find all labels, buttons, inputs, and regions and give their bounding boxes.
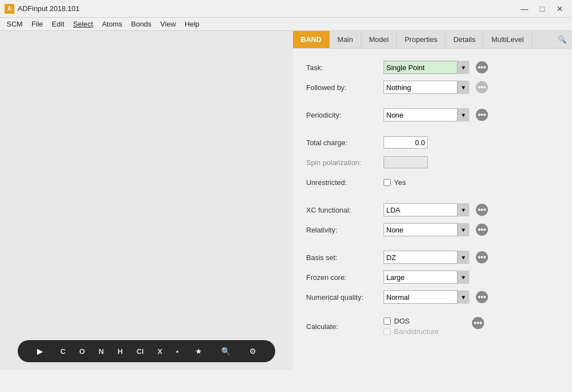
chlorine-btn[interactable]: Cl — [137, 347, 144, 356]
title-bar: A ADFinput 2018.101 — □ ✕ — [0, 0, 572, 18]
total-charge-row: Total charge: — [306, 135, 559, 150]
followed-by-select-wrapper: Nothing Geometry Optimization ▼ — [384, 81, 469, 94]
star-btn[interactable]: ★ — [192, 345, 206, 358]
tab-details[interactable]: Details — [445, 31, 484, 48]
relativity-select-wrapper: None Scalar Spin-Orbit ▼ — [384, 223, 469, 236]
periodicity-label: Periodicity: — [306, 111, 384, 119]
tab-main[interactable]: Main — [330, 31, 361, 48]
spin-pol-label: Spin polarization: — [306, 158, 384, 167]
window-controls: — □ ✕ — [517, 3, 568, 15]
unrestricted-row: Unrestricted: Yes — [306, 174, 559, 190]
followed-by-more-btn[interactable]: ••• — [476, 81, 488, 93]
menu-file[interactable]: File — [27, 19, 48, 29]
app-icon: A — [4, 4, 14, 14]
tab-multilevel[interactable]: MultiLevel — [484, 31, 532, 48]
frozen-core-select-wrapper: None Small Large ▼ — [384, 271, 469, 284]
num-quality-select-wrapper: Basic Normal Good Very Good Excellent ▼ — [384, 290, 469, 304]
basis-set-control: DZ DZP TZP TZ2P ▼ ••• — [384, 251, 488, 264]
basis-set-row: Basis set: DZ DZP TZP TZ2P ▼ ••• — [306, 250, 559, 265]
num-quality-more-btn[interactable]: ••• — [476, 291, 488, 303]
menu-atoms[interactable]: Atoms — [97, 19, 127, 29]
close-button[interactable]: ✕ — [552, 3, 568, 15]
total-charge-label: Total charge: — [306, 139, 384, 147]
menu-scm[interactable]: SCM — [2, 19, 27, 29]
oxygen-btn[interactable]: O — [80, 347, 85, 356]
bandstructure-row: Bandstructure — [384, 327, 439, 336]
task-select-wrapper: Single Point Geometry Optimization Frequ… — [384, 61, 469, 74]
calculate-row: Calculate: DOS Bandstructure ••• — [306, 317, 559, 336]
menu-edit[interactable]: Edit — [48, 19, 69, 29]
calculate-control: DOS Bandstructure — [384, 317, 439, 336]
right-panel: BAND Main Model Properties Details Multi… — [293, 31, 572, 370]
calculate-label: Calculate: — [306, 322, 384, 331]
settings-tool[interactable]: ⚙ — [246, 345, 260, 358]
xc-row: XC functional: LDA GGA Hybrid ▼ ••• — [306, 202, 559, 218]
menu-bar: SCM File Edit Select Atoms Bonds View He… — [0, 18, 572, 31]
spin-pol-row: Spin polarization: — [306, 155, 559, 170]
menu-bonds[interactable]: Bonds — [127, 19, 156, 29]
x-btn[interactable]: X — [158, 347, 162, 356]
basis-set-select-wrapper: DZ DZP TZP TZ2P ▼ — [384, 251, 469, 264]
dos-checkbox[interactable] — [384, 317, 391, 325]
unrestricted-control: Yes — [384, 178, 406, 187]
basis-set-select[interactable]: DZ DZP TZP TZ2P — [384, 251, 469, 264]
xc-select-wrapper: LDA GGA Hybrid ▼ — [384, 203, 469, 216]
basis-set-more-btn[interactable]: ••• — [476, 251, 488, 263]
followed-by-control: Nothing Geometry Optimization ▼ ••• — [384, 81, 488, 94]
menu-help[interactable]: Help — [180, 19, 204, 29]
periodicity-select[interactable]: None 1D 2D 3D — [384, 108, 469, 121]
dot-btn[interactable]: • — [176, 347, 179, 356]
periodicity-control: None 1D 2D 3D ▼ ••• — [384, 108, 488, 121]
hydrogen-btn[interactable]: H — [118, 347, 123, 356]
main-container: ▶ C O N H Cl X • ★ 🔍 ⚙ BAND Main — [0, 31, 572, 370]
frozen-core-row: Frozen core: None Small Large ▼ — [306, 269, 559, 285]
num-quality-label: Numerical quality: — [306, 293, 384, 301]
relativity-control: None Scalar Spin-Orbit ▼ ••• — [384, 223, 488, 236]
maximize-button[interactable]: □ — [534, 3, 550, 15]
task-select[interactable]: Single Point Geometry Optimization Frequ… — [384, 61, 469, 74]
basis-set-label: Basis set: — [306, 253, 384, 262]
canvas-panel: ▶ C O N H Cl X • ★ 🔍 ⚙ — [0, 31, 293, 370]
search-tool[interactable]: 🔍 — [219, 345, 233, 358]
frozen-core-select[interactable]: None Small Large — [384, 271, 469, 284]
menu-select[interactable]: Select — [69, 19, 97, 29]
bandstructure-checkbox — [384, 328, 391, 335]
periodicity-select-wrapper: None 1D 2D 3D ▼ — [384, 108, 469, 121]
relativity-label: Relativity: — [306, 226, 384, 234]
task-label: Task: — [306, 63, 384, 72]
app-title: ADFinput 2018.101 — [18, 4, 517, 13]
num-quality-control: Basic Normal Good Very Good Excellent ▼ … — [384, 290, 488, 304]
xc-select[interactable]: LDA GGA Hybrid — [384, 203, 469, 216]
calculate-more-btn[interactable]: ••• — [472, 317, 484, 329]
frozen-core-label: Frozen core: — [306, 273, 384, 282]
tab-model[interactable]: Model — [361, 31, 397, 48]
xc-more-btn[interactable]: ••• — [476, 204, 488, 216]
tab-band[interactable]: BAND — [293, 31, 330, 48]
task-more-btn[interactable]: ••• — [476, 61, 488, 73]
tab-bar: BAND Main Model Properties Details Multi… — [293, 31, 572, 49]
spin-pol-input — [384, 156, 428, 168]
carbon-btn[interactable]: C — [60, 347, 65, 356]
atom-toolbar: ▶ C O N H Cl X • ★ 🔍 ⚙ — [18, 340, 275, 362]
followed-by-label: Followed by: — [306, 83, 384, 92]
menu-view[interactable]: View — [156, 19, 180, 29]
spin-pol-control — [384, 156, 428, 168]
num-quality-select[interactable]: Basic Normal Good Very Good Excellent — [384, 290, 469, 304]
followed-by-select[interactable]: Nothing Geometry Optimization — [384, 81, 469, 94]
periodicity-more-btn[interactable]: ••• — [476, 109, 488, 121]
dos-label: DOS — [394, 317, 410, 325]
total-charge-control — [384, 136, 428, 149]
tab-search-icon[interactable]: 🔍 — [552, 33, 572, 46]
tab-properties[interactable]: Properties — [397, 31, 445, 48]
relativity-row: Relativity: None Scalar Spin-Orbit ▼ ••• — [306, 222, 559, 237]
unrestricted-checkbox[interactable] — [384, 179, 391, 186]
total-charge-input[interactable] — [384, 136, 428, 149]
dos-row: DOS — [384, 317, 439, 325]
relativity-more-btn[interactable]: ••• — [476, 224, 488, 236]
periodicity-row: Periodicity: None 1D 2D 3D ▼ ••• — [306, 107, 559, 123]
cursor-tool[interactable]: ▶ — [33, 345, 46, 358]
xc-control: LDA GGA Hybrid ▼ ••• — [384, 203, 488, 216]
nitrogen-btn[interactable]: N — [99, 347, 104, 356]
relativity-select[interactable]: None Scalar Spin-Orbit — [384, 223, 469, 236]
minimize-button[interactable]: — — [517, 3, 532, 15]
